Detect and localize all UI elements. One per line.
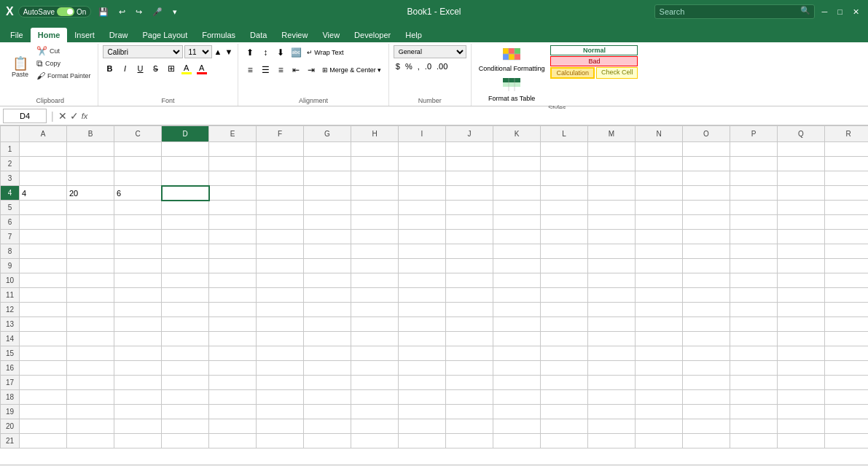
cell-12-F[interactable]: [257, 303, 304, 317]
cell-14-E[interactable]: [209, 332, 257, 346]
cell-1-L[interactable]: [541, 142, 588, 157]
cell-16-H[interactable]: [351, 361, 399, 376]
cell-9-N[interactable]: [636, 259, 683, 273]
cell-19-G[interactable]: [304, 405, 351, 419]
cell-19-L[interactable]: [541, 405, 588, 419]
cell-19-A[interactable]: [20, 405, 67, 419]
borders-button[interactable]: ⊞: [164, 61, 179, 76]
copy-button[interactable]: ⧉ Copy: [34, 58, 93, 69]
cell-14-B[interactable]: [67, 332, 114, 346]
cell-11-O[interactable]: [683, 288, 730, 303]
cell-6-C[interactable]: [114, 215, 162, 230]
cell-6-L[interactable]: [541, 215, 588, 230]
cell-4-L[interactable]: [541, 186, 588, 201]
cell-4-A[interactable]: 4: [20, 186, 67, 201]
cell-19-Q[interactable]: [778, 405, 825, 419]
cell-3-L[interactable]: [541, 171, 588, 186]
cell-6-H[interactable]: [351, 215, 399, 230]
cell-6-A[interactable]: [20, 215, 67, 230]
cell-1-G[interactable]: [304, 142, 351, 157]
cell-20-A[interactable]: [20, 419, 67, 434]
cell-9-C[interactable]: [114, 259, 162, 273]
cell-21-L[interactable]: [541, 434, 588, 448]
cell-10-L[interactable]: [541, 273, 588, 288]
cell-5-K[interactable]: [493, 201, 541, 215]
cell-19-D[interactable]: [162, 405, 209, 419]
cell-16-G[interactable]: [304, 361, 351, 376]
cell-4-O[interactable]: [683, 186, 730, 201]
cell-11-E[interactable]: [209, 288, 257, 303]
cell-11-B[interactable]: [67, 288, 114, 303]
cell-8-N[interactable]: [636, 244, 683, 259]
cell-21-B[interactable]: [67, 434, 114, 448]
cell-5-O[interactable]: [683, 201, 730, 215]
tab-formulas[interactable]: Formulas: [195, 28, 243, 42]
cell-10-Q[interactable]: [778, 273, 825, 288]
cell-15-L[interactable]: [541, 346, 588, 361]
cell-3-R[interactable]: [825, 171, 869, 186]
cell-1-D[interactable]: [162, 142, 209, 157]
cell-10-F[interactable]: [257, 273, 304, 288]
cell-21-M[interactable]: [588, 434, 636, 448]
cell-6-Q[interactable]: [778, 215, 825, 230]
cell-17-G[interactable]: [304, 376, 351, 390]
cell-15-B[interactable]: [67, 346, 114, 361]
cell-17-J[interactable]: [446, 376, 493, 390]
cell-10-P[interactable]: [730, 273, 778, 288]
cell-3-E[interactable]: [209, 171, 257, 186]
cell-11-L[interactable]: [541, 288, 588, 303]
cell-1-P[interactable]: [730, 142, 778, 157]
cell-7-P[interactable]: [730, 230, 778, 244]
cell-3-C[interactable]: [114, 171, 162, 186]
cell-9-Q[interactable]: [778, 259, 825, 273]
cell-15-F[interactable]: [257, 346, 304, 361]
cell-17-A[interactable]: [20, 376, 67, 390]
cell-18-P[interactable]: [730, 390, 778, 405]
customize-quick-access-button[interactable]: ▾: [170, 6, 180, 18]
tab-home[interactable]: Home: [31, 28, 68, 42]
cell-10-O[interactable]: [683, 273, 730, 288]
cell-12-A[interactable]: [20, 303, 67, 317]
tab-insert[interactable]: Insert: [67, 28, 102, 42]
cell-1-E[interactable]: [209, 142, 257, 157]
row-header-11[interactable]: 11: [1, 288, 20, 303]
restore-button[interactable]: □: [834, 6, 845, 18]
cell-1-H[interactable]: [351, 142, 399, 157]
cell-20-M[interactable]: [588, 419, 636, 434]
cell-11-P[interactable]: [730, 288, 778, 303]
cell-9-R[interactable]: [825, 259, 869, 273]
cell-11-M[interactable]: [588, 288, 636, 303]
paste-button[interactable]: 📋 Paste: [7, 45, 33, 89]
cell-5-A[interactable]: [20, 201, 67, 215]
cell-12-B[interactable]: [67, 303, 114, 317]
col-header-H[interactable]: H: [351, 126, 399, 142]
row-header-9[interactable]: 9: [1, 259, 20, 273]
cell-8-B[interactable]: [67, 244, 114, 259]
cell-13-N[interactable]: [636, 317, 683, 332]
cell-7-E[interactable]: [209, 230, 257, 244]
cell-10-E[interactable]: [209, 273, 257, 288]
fill-color-button[interactable]: A: [179, 61, 194, 76]
cell-5-D[interactable]: [162, 201, 209, 215]
col-header-A[interactable]: A: [20, 126, 67, 142]
cell-8-P[interactable]: [730, 244, 778, 259]
cell-13-M[interactable]: [588, 317, 636, 332]
dictate-button[interactable]: 🎤: [149, 6, 165, 18]
row-header-4[interactable]: 4: [1, 186, 20, 201]
cell-1-B[interactable]: [67, 142, 114, 157]
row-header-8[interactable]: 8: [1, 244, 20, 259]
cell-17-O[interactable]: [683, 376, 730, 390]
cell-5-R[interactable]: [825, 201, 869, 215]
cell-16-C[interactable]: [114, 361, 162, 376]
cell-20-F[interactable]: [257, 419, 304, 434]
cell-2-N[interactable]: [636, 157, 683, 171]
row-header-20[interactable]: 20: [1, 419, 20, 434]
cell-8-F[interactable]: [257, 244, 304, 259]
cell-15-H[interactable]: [351, 346, 399, 361]
tab-draw[interactable]: Draw: [102, 28, 136, 42]
col-header-E[interactable]: E: [209, 126, 257, 142]
cell-7-I[interactable]: [399, 230, 446, 244]
cell-14-J[interactable]: [446, 332, 493, 346]
cell-19-F[interactable]: [257, 405, 304, 419]
cell-4-R[interactable]: [825, 186, 869, 201]
